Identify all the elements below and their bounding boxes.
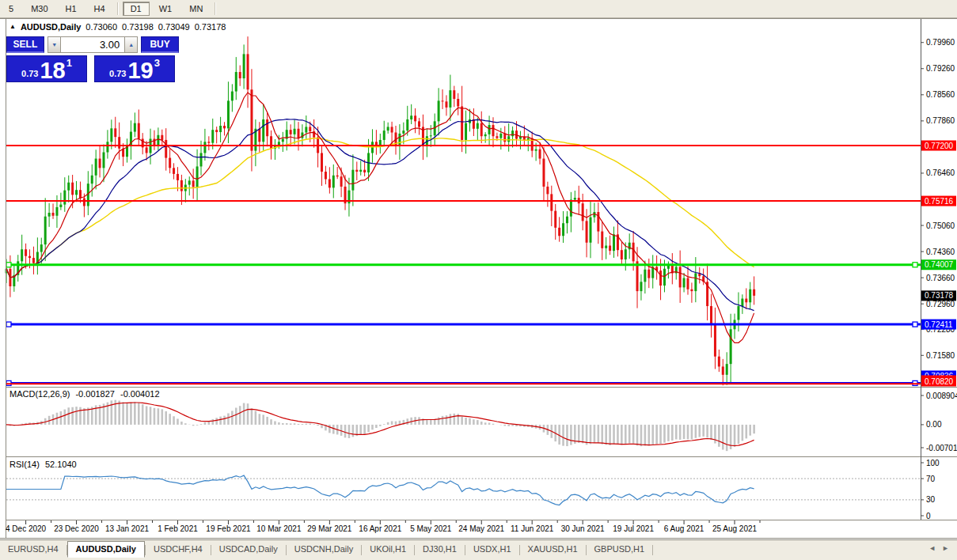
volume-input[interactable] xyxy=(61,36,124,53)
buy-price-point: 3 xyxy=(154,57,160,69)
candle-body xyxy=(402,131,404,134)
candle-body xyxy=(621,250,623,259)
candle-body xyxy=(527,138,530,140)
price-tick-label: 0.79960 xyxy=(926,38,955,47)
date-label: 25 Aug 2021 xyxy=(712,524,758,533)
candle-body xyxy=(562,223,564,236)
candle-body xyxy=(52,213,55,216)
timeframe-button-m30[interactable]: M30 xyxy=(23,2,55,16)
candle-body xyxy=(83,199,85,206)
date-label: 16 Apr 2021 xyxy=(359,524,401,533)
candle-body xyxy=(118,137,120,149)
date-label: 1 Feb 2021 xyxy=(158,524,198,533)
sell-price-pips: 18 xyxy=(40,60,65,81)
candle-body xyxy=(375,142,378,145)
candle-body xyxy=(211,130,214,143)
date-label: 4 Dec 2020 xyxy=(6,524,47,533)
candle-body xyxy=(146,147,148,153)
candle-body xyxy=(91,176,93,184)
tab-usdx-h1[interactable]: USDX,H1 xyxy=(465,542,519,557)
line-selection-marker[interactable] xyxy=(913,322,917,327)
candle-body xyxy=(554,211,556,228)
price-tick-label: 0.78560 xyxy=(926,90,955,99)
current-price-badge-text: 0.73178 xyxy=(925,291,954,300)
candle-body xyxy=(430,135,432,136)
volume-decrease-button[interactable]: ▼ xyxy=(47,36,61,53)
rsi-axis-label: 70 xyxy=(926,475,936,483)
candle-body xyxy=(258,129,260,142)
candle-body xyxy=(749,289,751,303)
candle-body xyxy=(188,180,191,184)
timeframe-button-mn[interactable]: MN xyxy=(181,2,211,16)
candle-body xyxy=(387,127,389,131)
candle-body xyxy=(535,149,537,151)
candle-body xyxy=(542,159,545,187)
rsi-axis-label: 100 xyxy=(926,459,940,467)
candle-body xyxy=(262,119,264,142)
candle-body xyxy=(321,153,323,172)
candle-body xyxy=(465,123,467,140)
candle-body xyxy=(679,267,682,287)
buy-button[interactable]: BUY xyxy=(141,36,179,53)
price-tick-label: 0.75060 xyxy=(926,221,955,230)
candle-body xyxy=(359,170,362,172)
candle-body xyxy=(737,306,739,320)
tab-audusd-daily[interactable]: AUDUSD,Daily xyxy=(67,541,145,558)
candle-body xyxy=(79,190,82,198)
date-label: 29 Mar 2021 xyxy=(307,524,352,533)
candle-body xyxy=(270,136,272,149)
candle-body xyxy=(207,142,210,142)
tab-usdchf-h4[interactable]: USDCHF,H4 xyxy=(146,542,211,557)
candle-body xyxy=(461,106,463,139)
candle-body xyxy=(351,170,354,191)
one-click-collapse-icon[interactable]: ▲ xyxy=(9,24,16,30)
candle-body xyxy=(157,135,159,146)
tab-gbpusd-h1[interactable]: GBPUSD,H1 xyxy=(587,542,653,557)
tab-ukoil-h1[interactable]: UKOil,H1 xyxy=(362,542,414,557)
candle-body xyxy=(640,282,642,291)
price-badge-0.72411: 0.72411 xyxy=(921,320,956,330)
candle-body xyxy=(223,126,226,128)
candle-body xyxy=(398,134,401,146)
candle-body xyxy=(44,217,47,244)
volume-increase-button[interactable]: ▲ xyxy=(124,36,138,53)
candle-body xyxy=(379,140,382,145)
candle-body xyxy=(28,256,31,258)
candle-body xyxy=(247,54,249,89)
scroll-tabs-left-button[interactable]: ◄ xyxy=(929,544,936,552)
price-badge-0.77200-text: 0.77200 xyxy=(925,142,954,150)
candle-body xyxy=(298,129,300,138)
candle-body xyxy=(138,123,140,139)
macd-name: MACD(12,26,9) xyxy=(9,389,70,399)
candle-body xyxy=(328,179,331,187)
tab-dj30-h1[interactable]: DJ30,H1 xyxy=(415,542,465,557)
candle-body xyxy=(103,153,105,168)
tab-xauusd-h1[interactable]: XAUUSD,H1 xyxy=(520,542,586,557)
buy-price-button[interactable]: 0.73 19 3 xyxy=(94,55,175,82)
candle-body xyxy=(169,158,171,168)
timeframe-button-5[interactable]: 5 xyxy=(1,2,21,16)
timeframe-button-h1[interactable]: H1 xyxy=(58,2,85,16)
timeframe-button-h4[interactable]: H4 xyxy=(86,2,113,16)
timeframe-button-d1[interactable]: D1 xyxy=(123,2,150,16)
chart-plot[interactable]: 0.799600.792600.785600.778600.764600.750… xyxy=(0,0,957,560)
line-selection-marker[interactable] xyxy=(6,322,11,327)
scroll-tabs-right-button[interactable]: ► xyxy=(942,544,949,552)
tab-usdcad-daily[interactable]: USDCAD,Daily xyxy=(211,542,286,557)
rsi-axis-label: 0 xyxy=(926,512,931,520)
sell-button[interactable]: SELL xyxy=(6,36,44,53)
candle-body xyxy=(196,166,199,187)
current-price-badge: 0.73178 xyxy=(921,290,956,301)
line-selection-marker[interactable] xyxy=(913,263,917,267)
tab-eurusd-h4[interactable]: EURUSD,H4 xyxy=(0,542,66,557)
candle-body xyxy=(336,176,339,176)
sell-price-button[interactable]: 0.73 18 1 xyxy=(6,55,87,82)
candle-body xyxy=(694,273,697,291)
timeframe-button-w1[interactable]: W1 xyxy=(151,2,180,16)
tab-usdcnh-daily[interactable]: USDCNH,Daily xyxy=(287,542,362,557)
candle-body xyxy=(418,121,420,127)
line-selection-marker[interactable] xyxy=(6,263,11,267)
candle-body xyxy=(99,159,101,168)
one-click-trading-panel: SELL ▼ ▲ BUY 0.73 18 1 0.73 19 3 xyxy=(6,36,179,82)
candle-body xyxy=(546,187,549,194)
